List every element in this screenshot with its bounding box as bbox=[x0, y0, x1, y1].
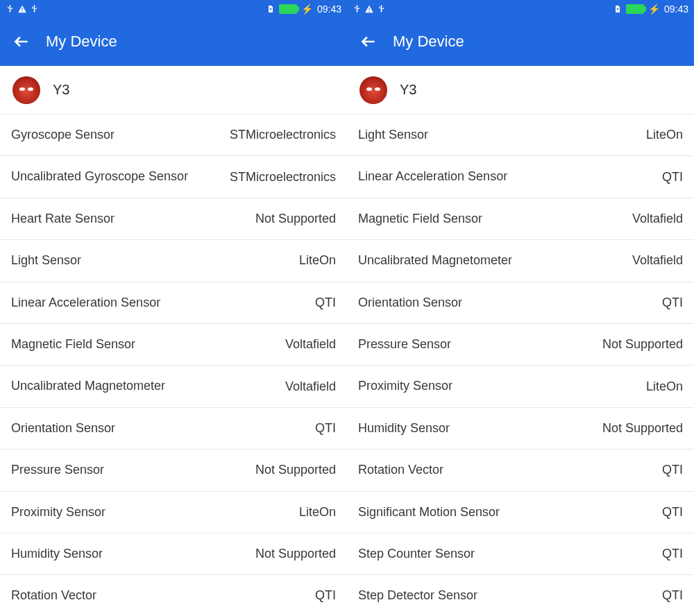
sensor-label: Pressure Sensor bbox=[11, 462, 104, 478]
sensor-label: Step Detector Sensor bbox=[358, 588, 477, 604]
sensor-label: Gyroscope Sensor bbox=[11, 127, 115, 143]
sensor-label: Proximity Sensor bbox=[358, 378, 452, 394]
sensor-row[interactable]: Rotation VectorQTI bbox=[347, 450, 694, 491]
sensor-label: Orientation Sensor bbox=[358, 295, 462, 311]
sensor-value: Voltafield bbox=[632, 212, 683, 226]
device-header[interactable]: Y3 bbox=[347, 66, 694, 114]
device-name: Y3 bbox=[53, 82, 69, 98]
sensor-row[interactable]: Humidity SensorNot Supported bbox=[0, 533, 347, 575]
sensor-value: Voltafield bbox=[632, 253, 683, 268]
sensor-value: Voltafield bbox=[285, 379, 336, 394]
sensor-row[interactable]: Significant Motion SensorQTI bbox=[347, 492, 694, 533]
sensor-row[interactable]: Magnetic Field SensorVoltafield bbox=[347, 198, 694, 240]
app-bar: My Device bbox=[0, 17, 347, 66]
page-title: My Device bbox=[46, 33, 117, 51]
sensor-value: LiteOn bbox=[646, 128, 683, 142]
sensor-row[interactable]: Rotation VectorQTI bbox=[0, 575, 347, 616]
sensor-value: Not Supported bbox=[255, 212, 336, 226]
app-logo-icon bbox=[12, 76, 40, 104]
sensor-row[interactable]: Proximity SensorLiteOn bbox=[347, 366, 694, 407]
sensor-value: Not Supported bbox=[255, 463, 336, 477]
no-sim-icon bbox=[266, 4, 275, 14]
sensor-label: Light Sensor bbox=[358, 127, 428, 143]
sensor-row[interactable]: Proximity SensorLiteOn bbox=[0, 492, 347, 533]
sensor-row[interactable]: Light SensorLiteOn bbox=[0, 240, 347, 282]
sensor-label: Linear Acceleration Sensor bbox=[358, 169, 507, 185]
sensor-label: Proximity Sensor bbox=[11, 504, 105, 520]
sensor-label: Uncalibrated Magnetometer bbox=[358, 253, 512, 268]
battery-icon bbox=[626, 4, 644, 14]
charging-icon: ⚡ bbox=[301, 3, 313, 15]
right-pane: ⚡ 09:43 My Device Y3 Light SensorLiteOnL… bbox=[347, 0, 694, 616]
sensor-label: Humidity Sensor bbox=[11, 546, 103, 562]
sensor-value: STMicroelectronics bbox=[230, 128, 336, 142]
sensor-value: QTI bbox=[662, 588, 683, 603]
usb-icon bbox=[353, 4, 362, 13]
sensor-label: Orientation Sensor bbox=[11, 420, 115, 436]
sensor-label: Rotation Vector bbox=[11, 588, 96, 604]
no-sim-icon bbox=[613, 4, 622, 14]
device-name: Y3 bbox=[400, 82, 416, 98]
back-button[interactable] bbox=[12, 33, 31, 51]
sensor-value: QTI bbox=[662, 296, 683, 310]
device-header[interactable]: Y3 bbox=[0, 66, 347, 114]
usb-icon-2 bbox=[377, 4, 386, 13]
sensor-row[interactable]: Uncalibrated MagnetometerVoltafield bbox=[347, 240, 694, 282]
left-pane: ⚡ 09:43 My Device Y3 Gyroscope SensorSTM… bbox=[0, 0, 347, 616]
sensor-value: QTI bbox=[662, 463, 683, 477]
sensor-label: Uncalibrated Magnetometer bbox=[11, 378, 165, 394]
sensor-label: Rotation Vector bbox=[358, 462, 443, 478]
sensor-row[interactable]: Uncalibrated MagnetometerVoltafield bbox=[0, 366, 347, 407]
sensor-value: QTI bbox=[662, 505, 683, 520]
status-bar: ⚡ 09:43 bbox=[0, 0, 347, 17]
sensor-value: QTI bbox=[315, 421, 336, 436]
sensor-list-left[interactable]: Gyroscope SensorSTMicroelectronicsUncali… bbox=[0, 114, 347, 616]
app-bar: My Device bbox=[347, 17, 694, 66]
sensor-value: QTI bbox=[315, 296, 336, 310]
sensor-value: LiteOn bbox=[646, 379, 683, 394]
sensor-row[interactable]: Humidity SensorNot Supported bbox=[347, 408, 694, 450]
sensor-row[interactable]: Step Detector SensorQTI bbox=[347, 575, 694, 616]
battery-icon bbox=[279, 4, 297, 14]
sensor-row[interactable]: Uncalibrated Gyroscope SensorSTMicroelec… bbox=[0, 156, 347, 198]
alert-icon bbox=[17, 4, 27, 14]
svg-rect-3 bbox=[369, 10, 369, 11]
svg-rect-2 bbox=[369, 8, 369, 10]
sensor-value: Not Supported bbox=[602, 421, 683, 436]
sensor-value: LiteOn bbox=[299, 253, 336, 268]
sensor-value: Not Supported bbox=[255, 547, 336, 561]
sensor-label: Magnetic Field Sensor bbox=[11, 336, 135, 352]
sensor-label: Significant Motion Sensor bbox=[358, 504, 500, 520]
usb-icon-2 bbox=[30, 4, 39, 13]
back-button[interactable] bbox=[359, 33, 378, 51]
sensor-row[interactable]: Orientation SensorQTI bbox=[347, 282, 694, 324]
alert-icon bbox=[364, 4, 374, 14]
sensor-value: QTI bbox=[662, 170, 683, 185]
usb-icon bbox=[6, 4, 15, 13]
sensor-value: LiteOn bbox=[299, 505, 336, 520]
sensor-row[interactable]: Orientation SensorQTI bbox=[0, 408, 347, 450]
charging-icon: ⚡ bbox=[648, 3, 660, 15]
sensor-row[interactable]: Step Counter SensorQTI bbox=[347, 533, 694, 575]
sensor-list-right[interactable]: Light SensorLiteOnLinear Acceleration Se… bbox=[347, 114, 694, 616]
sensor-value: STMicroelectronics bbox=[230, 170, 336, 185]
page-title: My Device bbox=[393, 33, 464, 51]
sensor-row[interactable]: Magnetic Field SensorVoltafield bbox=[0, 324, 347, 366]
sensor-row[interactable]: Pressure SensorNot Supported bbox=[0, 450, 347, 491]
sensor-row[interactable]: Heart Rate SensorNot Supported bbox=[0, 198, 347, 240]
sensor-label: Linear Acceleration Sensor bbox=[11, 295, 160, 311]
sensor-label: Humidity Sensor bbox=[358, 420, 450, 436]
status-time: 09:43 bbox=[317, 3, 341, 15]
sensor-row[interactable]: Gyroscope SensorSTMicroelectronics bbox=[0, 114, 347, 156]
sensor-value: QTI bbox=[662, 547, 683, 561]
svg-rect-0 bbox=[22, 8, 22, 10]
sensor-row[interactable]: Linear Acceleration SensorQTI bbox=[347, 156, 694, 198]
sensor-label: Step Counter Sensor bbox=[358, 546, 475, 562]
status-bar: ⚡ 09:43 bbox=[347, 0, 694, 17]
sensor-label: Magnetic Field Sensor bbox=[358, 211, 482, 227]
sensor-row[interactable]: Linear Acceleration SensorQTI bbox=[0, 282, 347, 324]
sensor-row[interactable]: Light SensorLiteOn bbox=[347, 114, 694, 156]
sensor-value: Not Supported bbox=[602, 337, 683, 352]
sensor-row[interactable]: Pressure SensorNot Supported bbox=[347, 324, 694, 366]
sensor-value: QTI bbox=[315, 588, 336, 603]
